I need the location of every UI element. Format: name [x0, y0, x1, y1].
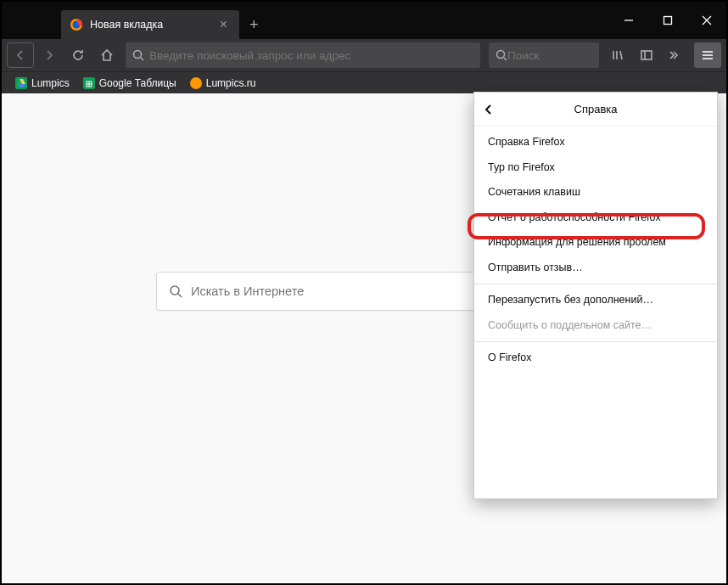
- bookmark-label: Lumpics: [31, 77, 70, 89]
- search-icon: [496, 49, 507, 61]
- sheets-icon: [83, 77, 95, 89]
- url-input[interactable]: [149, 49, 473, 62]
- svg-line-7: [141, 58, 143, 60]
- reload-button[interactable]: [64, 42, 92, 68]
- home-button[interactable]: [93, 42, 120, 68]
- bookmark-item[interactable]: Lumpics: [10, 76, 75, 91]
- search-input[interactable]: [507, 49, 592, 62]
- sidebar-button[interactable]: [633, 42, 660, 68]
- search-bar[interactable]: [489, 42, 599, 68]
- svg-line-12: [620, 51, 622, 59]
- bookmark-label: Lumpics.ru: [206, 77, 256, 89]
- bookmark-label: Google Таблицы: [99, 77, 176, 89]
- search-icon: [132, 49, 144, 61]
- help-item-firefox-help[interactable]: Справка Firefox: [474, 130, 717, 155]
- help-item-feedback[interactable]: Отправить отзыв…: [474, 256, 717, 281]
- overflow-button[interactable]: [662, 42, 689, 68]
- svg-point-6: [134, 51, 142, 59]
- help-item-shortcuts[interactable]: Сочетания клавиш: [474, 180, 717, 205]
- svg-rect-13: [641, 51, 652, 59]
- svg-point-26: [171, 286, 179, 295]
- bookmark-item[interactable]: Lumpics.ru: [185, 76, 261, 91]
- help-menu-header: Справка: [474, 93, 717, 127]
- window-controls: [609, 2, 726, 39]
- help-menu-items: Справка Firefox Тур по Firefox Сочетания…: [474, 127, 717, 374]
- help-menu-title: Справка: [574, 103, 618, 115]
- help-menu-panel: Справка Справка Firefox Тур по Firefox С…: [473, 92, 718, 499]
- search-icon: [169, 284, 182, 298]
- url-bar[interactable]: [126, 42, 480, 68]
- close-window-button[interactable]: [687, 2, 726, 39]
- help-item-health-report[interactable]: Отчёт о работоспособности Firefox: [474, 205, 717, 231]
- forward-button[interactable]: [36, 42, 63, 68]
- menu-back-button[interactable]: [483, 104, 495, 115]
- lumpics-icon: [190, 77, 202, 89]
- drive-icon: [15, 77, 27, 89]
- firefox-icon: [70, 18, 83, 31]
- new-tab-button[interactable]: +: [239, 10, 269, 39]
- svg-line-27: [178, 294, 182, 297]
- menu-button[interactable]: [694, 42, 721, 68]
- svg-rect-3: [664, 17, 672, 25]
- library-button[interactable]: [604, 42, 631, 68]
- menu-divider: [474, 284, 717, 284]
- menu-divider: [474, 341, 717, 342]
- maximize-button[interactable]: [648, 2, 687, 39]
- browser-tab[interactable]: Новая вкладка ×: [61, 10, 239, 39]
- help-item-troubleshooting[interactable]: Информация для решения проблем: [474, 230, 717, 256]
- bookmarks-toolbar: Lumpics Google Таблицы Lumpics.ru: [2, 71, 726, 93]
- help-item-tour[interactable]: Тур по Firefox: [474, 155, 717, 181]
- tab-title: Новая вкладка: [90, 19, 163, 31]
- svg-line-9: [504, 58, 507, 60]
- title-bar: Новая вкладка × +: [2, 2, 726, 39]
- back-button[interactable]: [7, 42, 34, 68]
- help-item-restart-no-addons[interactable]: Перезапустить без дополнений…: [474, 288, 717, 313]
- svg-point-8: [497, 51, 505, 59]
- tab-strip: Новая вкладка × +: [2, 2, 269, 39]
- bookmark-item[interactable]: Google Таблицы: [78, 76, 182, 91]
- minimize-button[interactable]: [609, 2, 648, 39]
- tab-close-button[interactable]: ×: [216, 17, 231, 32]
- nav-toolbar: [2, 39, 726, 71]
- help-item-report-site: Сообщить о поддельном сайте…: [474, 313, 717, 339]
- help-item-about[interactable]: О Firefox: [474, 346, 717, 371]
